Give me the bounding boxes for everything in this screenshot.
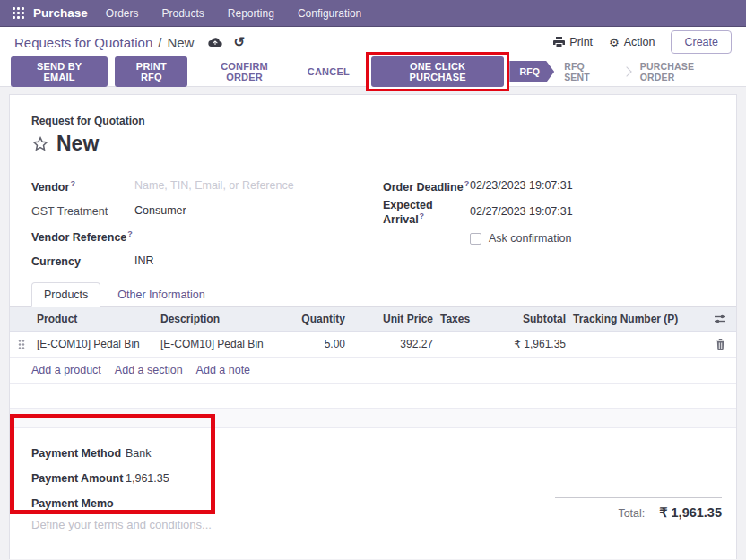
gear-icon: ⚙	[609, 37, 620, 48]
tab-products[interactable]: Products	[31, 282, 100, 307]
main-content: Request for Quotation New Vendor? Name, …	[0, 94, 746, 560]
notebook-tabs: Products Other Information	[10, 280, 736, 307]
print-rfq-button[interactable]: PRINT RFQ	[115, 56, 187, 87]
payment-method-input[interactable]: Bank	[126, 447, 152, 460]
col-taxes[interactable]: Taxes	[437, 307, 492, 331]
field-payment-method: Payment Method Bank	[31, 441, 715, 466]
striped-table-row	[10, 409, 736, 428]
highlight-box-one-click-purchase: ONE CLICK PURCHASE	[366, 52, 510, 91]
confirm-order-button[interactable]: CONFIRM ORDER	[195, 56, 294, 87]
total-value: ₹ 1,961.35	[659, 505, 722, 520]
breadcrumb-parent-link[interactable]: Requests for Quotation	[14, 35, 152, 50]
stage-rfq[interactable]: RFQ	[509, 61, 554, 82]
stage-chevron-icon	[621, 66, 631, 76]
tab-other-information[interactable]: Other Information	[106, 283, 216, 306]
field-vendor-reference: Vendor Reference?	[31, 224, 383, 249]
breadcrumb: Requests for Quotation / New ↺	[14, 34, 245, 50]
breadcrumb-current: New	[167, 35, 194, 50]
col-quantity[interactable]: Quantity	[277, 307, 349, 331]
field-currency: Currency INR	[31, 249, 383, 274]
total-label: Total:	[618, 507, 645, 520]
field-payment-amount: Payment Amount 1,961.35	[31, 466, 715, 491]
printer-icon	[553, 37, 565, 47]
vendor-reference-input[interactable]	[134, 229, 383, 244]
ask-confirmation-label[interactable]: Ask confirmation	[489, 232, 571, 245]
order-deadline-input[interactable]: 02/23/2023 19:07:31	[470, 179, 715, 194]
app-name[interactable]: Purchase	[33, 6, 88, 20]
currency-input[interactable]: INR	[134, 254, 383, 269]
doc-type-label: Request for Quotation	[31, 115, 715, 127]
statusbar: SEND BY EMAIL PRINT RFQ CONFIRM ORDER CA…	[0, 57, 746, 87]
one-click-purchase-button[interactable]: ONE CLICK PURCHASE	[371, 56, 505, 87]
ask-confirmation-checkbox[interactable]	[470, 233, 481, 245]
unsaved-cloud-icon[interactable]	[208, 37, 222, 48]
col-product[interactable]: Product	[33, 307, 157, 331]
status-pipeline: RFQ RFQ SENT PURCHASE ORDER	[509, 61, 732, 82]
totals-block: Total: ₹ 1,961.35	[555, 497, 722, 520]
top-navbar: Purchase Orders Products Reporting Confi…	[0, 0, 746, 27]
print-menu[interactable]: Print	[553, 36, 593, 48]
stage-rfq-sent[interactable]: RFQ SENT	[564, 61, 613, 82]
field-order-deadline: Order Deadline? 02/23/2023 19:07:31	[383, 174, 715, 199]
col-subtotal[interactable]: Subtotal	[492, 307, 569, 331]
stage-purchase-order[interactable]: PURCHASE ORDER	[640, 61, 732, 82]
order-lines-header: Product Description Quantity Unit Price …	[10, 307, 736, 332]
send-by-email-button[interactable]: SEND BY EMAIL	[11, 56, 108, 87]
field-expected-arrival: Expected Arrival? 02/27/2023 19:07:31	[383, 199, 715, 226]
create-button[interactable]: Create	[671, 30, 732, 54]
cancel-button[interactable]: CANCEL	[301, 62, 356, 82]
record-title[interactable]: New	[56, 132, 99, 156]
column-options-icon[interactable]	[702, 308, 737, 330]
add-a-product-link[interactable]: Add a product	[31, 364, 101, 376]
add-a-note-link[interactable]: Add a note	[196, 364, 250, 376]
trash-icon[interactable]	[702, 332, 737, 357]
nav-item-products[interactable]: Products	[161, 7, 204, 20]
col-unit-price[interactable]: Unit Price	[349, 307, 437, 331]
payment-amount-input[interactable]: 1,961.35	[126, 472, 169, 485]
nav-menu: Orders Products Reporting Configuration	[106, 7, 361, 20]
nav-item-configuration[interactable]: Configuration	[298, 7, 361, 20]
cell-description[interactable]: [E-COM10] Pedal Bin	[157, 332, 277, 357]
field-grid: Vendor? Name, TIN, Email, or Reference G…	[10, 165, 736, 274]
cell-product[interactable]: [E-COM10] Pedal Bin	[33, 332, 157, 357]
drag-handle-icon[interactable]	[10, 332, 33, 357]
cell-taxes[interactable]	[437, 338, 492, 350]
field-ask-confirmation: Ask confirmation	[383, 226, 715, 251]
col-tracking-number[interactable]: Tracking Number (P)	[569, 307, 702, 331]
form-sheet: Request for Quotation New Vendor? Name, …	[9, 94, 737, 559]
vendor-input[interactable]: Name, TIN, Email, or Reference	[134, 179, 383, 194]
order-line-row[interactable]: [E-COM10] Pedal Bin [E-COM10] Pedal Bin …	[10, 332, 736, 358]
nav-item-orders[interactable]: Orders	[106, 7, 139, 20]
field-vendor: Vendor? Name, TIN, Email, or Reference	[31, 174, 383, 199]
cell-subtotal: ₹ 1,961.35	[492, 332, 569, 357]
undo-icon[interactable]: ↺	[233, 34, 245, 50]
expected-arrival-input[interactable]: 02/27/2023 19:07:31	[470, 205, 715, 220]
gst-treatment-input[interactable]: Consumer	[134, 204, 383, 219]
empty-table-row	[10, 384, 736, 409]
action-menu[interactable]: ⚙ Action	[609, 36, 655, 48]
star-outline-icon[interactable]	[31, 135, 49, 153]
col-description[interactable]: Description	[157, 307, 277, 331]
cell-unit-price[interactable]: 392.27	[349, 332, 437, 357]
apps-grid-icon[interactable]	[13, 7, 24, 19]
cell-quantity[interactable]: 5.00	[277, 332, 349, 357]
add-a-section-link[interactable]: Add a section	[115, 364, 183, 376]
cell-tracking-number[interactable]	[569, 338, 702, 350]
nav-item-reporting[interactable]: Reporting	[228, 7, 274, 20]
line-add-links: Add a product Add a section Add a note	[10, 358, 736, 384]
breadcrumb-separator: /	[158, 35, 161, 50]
field-gst-treatment: GST Treatment Consumer	[31, 199, 383, 224]
